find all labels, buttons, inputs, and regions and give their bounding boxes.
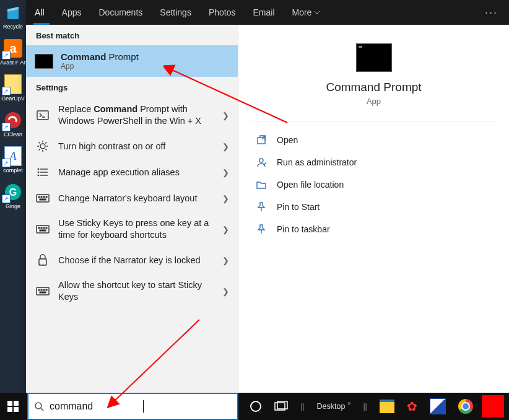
svg-point-49 <box>35 403 41 409</box>
open-icon <box>256 134 267 146</box>
svg-rect-46 <box>14 401 19 406</box>
preview-thumb-icon <box>356 43 392 72</box>
preview-title: Command Prompt <box>326 81 421 94</box>
task-view-button[interactable] <box>268 393 294 420</box>
program-icon: A↗ <box>3 146 23 166</box>
settings-result-label: Change Narrator's keyboard layout <box>58 193 217 204</box>
cortana-button[interactable] <box>243 393 268 420</box>
start-button[interactable] <box>0 393 26 420</box>
cortana-icon <box>250 400 262 413</box>
preview-subtitle: App <box>367 97 381 106</box>
svg-rect-32 <box>46 227 47 229</box>
tab-all[interactable]: All <box>26 0 53 25</box>
kbd-icon <box>36 222 50 236</box>
tab-photos[interactable]: Photos <box>200 0 245 25</box>
desktop: Recyclea↗Avast F Antivir↗GearUpV↗CCleanA… <box>0 0 26 395</box>
settings-result-label: Replace Command Prompt with Windows Powe… <box>58 103 217 127</box>
search-input[interactable] <box>50 401 143 412</box>
taskbar-app-red[interactable] <box>482 395 504 418</box>
settings-result-3[interactable]: Change Narrator's keyboard layout❯ <box>26 185 238 211</box>
svg-rect-37 <box>41 289 42 291</box>
svg-point-4 <box>40 144 45 149</box>
settings-result-0[interactable]: Replace Command Prompt with Windows Powe… <box>26 97 238 133</box>
desktop-icon-gearupv[interactable]: ↗GearUpV <box>2 74 24 102</box>
windows-logo-icon <box>7 401 19 412</box>
svg-rect-33 <box>40 230 46 231</box>
lock-icon <box>36 253 50 267</box>
svg-rect-3 <box>37 111 48 120</box>
preview-panel: Command Prompt App OpenRun as administra… <box>238 25 509 393</box>
tab-email[interactable]: Email <box>244 0 283 25</box>
taskbar: || Desktop» || ✿ <box>0 393 509 420</box>
tab-documents[interactable]: Documents <box>90 0 151 25</box>
tab-settings[interactable]: Settings <box>151 0 200 25</box>
desktop-icon-avast f[interactable]: a↗Avast F Antivir <box>2 38 24 66</box>
text-caret <box>143 400 144 413</box>
taskbar-app-huawei[interactable]: ✿ <box>401 393 424 420</box>
pin-icon <box>256 201 267 212</box>
list-icon <box>36 165 50 179</box>
taskbar-desktop-label[interactable]: Desktop» <box>311 393 357 420</box>
more-options-button[interactable]: ··· <box>485 6 509 19</box>
settings-result-5[interactable]: Choose if the Narrator key is locked❯ <box>26 247 238 273</box>
tab-apps[interactable]: Apps <box>53 0 90 25</box>
svg-rect-26 <box>46 196 47 198</box>
search-tabs: AllAppsDocumentsSettingsPhotosEmailMore·… <box>26 0 509 25</box>
action-label: Pin to Start <box>277 202 320 212</box>
settings-result-6[interactable]: Allow the shortcut key to start Sticky K… <box>26 273 238 309</box>
svg-point-42 <box>259 159 263 162</box>
settings-result-2[interactable]: Manage app execution aliases❯ <box>26 159 238 185</box>
taskbar-app-3[interactable] <box>424 393 452 420</box>
svg-point-19 <box>38 168 39 170</box>
search-flyout: AllAppsDocumentsSettingsPhotosEmailMore·… <box>26 0 509 393</box>
pin-icon <box>256 224 267 235</box>
file-explorer-icon <box>380 400 394 413</box>
desktop-icon-recycle[interactable]: Recycle <box>2 2 24 30</box>
svg-rect-31 <box>43 227 45 229</box>
action-open[interactable]: Open <box>245 129 503 151</box>
tab-more[interactable]: More <box>284 0 329 25</box>
chevron-right-icon: ❯ <box>222 168 229 177</box>
svg-point-20 <box>38 172 39 173</box>
svg-line-50 <box>41 408 43 411</box>
settings-result-label: Manage app execution aliases <box>58 167 217 178</box>
settings-header: Settings <box>26 77 238 97</box>
action-label: Open <box>277 135 298 145</box>
settings-result-1[interactable]: Turn high contrast on or off❯ <box>26 133 238 159</box>
search-icon <box>28 401 50 411</box>
settings-result-label: Use Sticky Keys to press one key at a ti… <box>58 217 217 241</box>
program-icon: G↗ <box>3 182 23 202</box>
desktop-icon-label: complet <box>0 167 26 173</box>
svg-rect-45 <box>7 401 12 406</box>
best-match-subtitle: App <box>61 62 139 71</box>
action-run-as-administrator[interactable]: Run as administrator <box>245 151 503 173</box>
search-box[interactable] <box>27 393 238 420</box>
kbd-icon <box>36 284 50 298</box>
action-pin-to-start[interactable]: Pin to Start <box>245 196 503 218</box>
svg-rect-34 <box>39 259 46 265</box>
cmd-thumb-icon <box>35 54 53 69</box>
desktop-icon-ginge[interactable]: G↗Ginge <box>2 182 24 209</box>
svg-line-9 <box>39 142 40 144</box>
taskbar-app-explorer[interactable] <box>373 393 401 420</box>
program-icon: ↗ <box>3 110 23 130</box>
action-open-file-location[interactable]: Open file location <box>245 173 503 196</box>
svg-rect-39 <box>46 289 47 291</box>
desktop-icon-cclean[interactable]: ↗CClean <box>2 110 24 138</box>
best-match-command-prompt[interactable]: Command Prompt App <box>26 45 238 77</box>
chevron-right-icon: ❯ <box>222 142 229 151</box>
svg-point-21 <box>38 175 39 176</box>
action-pin-to-taskbar[interactable]: Pin to taskbar <box>245 218 503 240</box>
desktop-icon-label: GearUpV <box>0 95 26 102</box>
svg-rect-25 <box>43 196 45 198</box>
desktop-icon-label: Recycle <box>0 24 26 30</box>
chevron-right-icon: ❯ <box>222 111 229 120</box>
chevron-right-icon: ❯ <box>222 256 229 265</box>
program-icon: a↗ <box>3 38 23 58</box>
svg-point-51 <box>251 401 261 411</box>
desktop-icon-complet[interactable]: A↗complet <box>2 146 24 173</box>
program-icon <box>3 2 23 22</box>
settings-result-label: Allow the shortcut key to start Sticky K… <box>58 279 217 303</box>
settings-result-4[interactable]: Use Sticky Keys to press one key at a ti… <box>26 211 238 247</box>
taskbar-app-chrome[interactable] <box>452 393 479 420</box>
